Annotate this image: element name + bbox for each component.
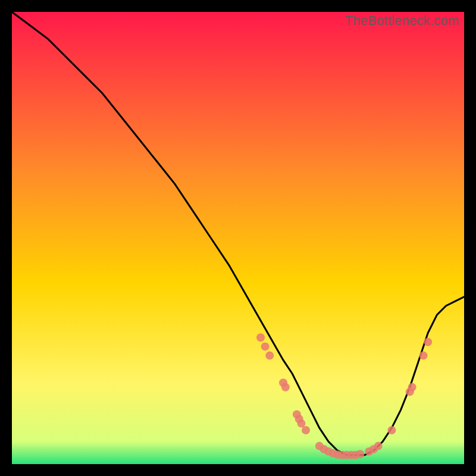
data-marker [265, 352, 274, 360]
chart-svg [12, 12, 464, 464]
data-marker [302, 426, 310, 434]
data-marker [281, 383, 290, 392]
data-marker [261, 342, 270, 350]
data-marker [387, 426, 396, 434]
heatmap-background [12, 12, 464, 464]
data-marker [408, 383, 416, 392]
chart-frame: TheBottleneck.com [12, 12, 464, 464]
plot-area [12, 12, 464, 464]
watermark-text: TheBottleneck.com [345, 13, 459, 29]
data-marker [374, 442, 383, 450]
data-marker [356, 450, 364, 458]
data-marker [256, 333, 265, 342]
data-marker [424, 338, 432, 346]
data-marker [419, 352, 428, 360]
data-marker [297, 419, 305, 428]
